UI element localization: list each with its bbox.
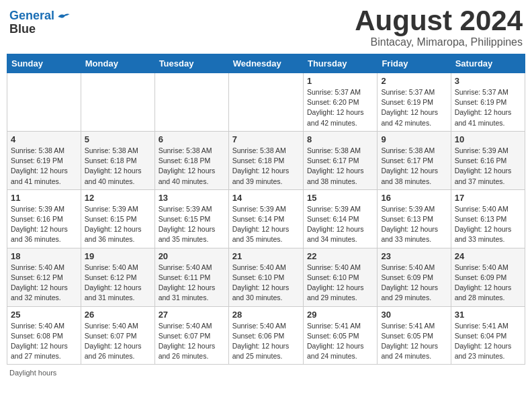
footer: Daylight hours [7,369,525,377]
day-cell: 26Sunrise: 5:40 AM Sunset: 6:07 PM Dayli… [81,306,154,365]
day-info: Sunrise: 5:40 AM Sunset: 6:10 PM Dayligh… [307,263,373,304]
day-cell: 30Sunrise: 5:41 AM Sunset: 6:05 PM Dayli… [378,306,451,365]
day-cell: 18Sunrise: 5:40 AM Sunset: 6:12 PM Dayli… [7,248,81,306]
day-number: 9 [381,134,447,144]
day-number: 8 [307,134,373,144]
day-number: 4 [11,134,77,144]
page-header: GeneralBlue August 2024 Bintacay, Mimaro… [7,7,525,48]
day-info: Sunrise: 5:40 AM Sunset: 6:07 PM Dayligh… [85,321,151,362]
day-cell: 15Sunrise: 5:39 AM Sunset: 6:14 PM Dayli… [303,189,377,248]
day-cell: 13Sunrise: 5:39 AM Sunset: 6:15 PM Dayli… [154,189,228,248]
day-number: 16 [381,193,447,203]
day-number: 30 [381,310,447,320]
calendar-subtitle: Bintacay, Mimaropa, Philippines [355,36,523,48]
week-row-5: 25Sunrise: 5:40 AM Sunset: 6:08 PM Dayli… [7,306,525,365]
day-number: 23 [381,251,447,261]
day-cell: 25Sunrise: 5:40 AM Sunset: 6:08 PM Dayli… [7,306,81,365]
day-info: Sunrise: 5:40 AM Sunset: 6:08 PM Dayligh… [11,321,77,362]
day-info: Sunrise: 5:38 AM Sunset: 6:17 PM Dayligh… [381,146,447,187]
day-cell: 10Sunrise: 5:39 AM Sunset: 6:16 PM Dayli… [451,131,525,189]
logo-bird-icon [57,11,71,22]
day-cell [228,73,303,132]
day-info: Sunrise: 5:40 AM Sunset: 6:13 PM Dayligh… [455,204,521,245]
day-info: Sunrise: 5:41 AM Sunset: 6:05 PM Dayligh… [381,321,447,362]
day-number: 6 [159,134,225,144]
col-header-saturday: Saturday [451,54,525,73]
day-number: 17 [455,193,521,203]
day-info: Sunrise: 5:40 AM Sunset: 6:09 PM Dayligh… [381,263,447,304]
day-info: Sunrise: 5:40 AM Sunset: 6:09 PM Dayligh… [455,263,521,304]
day-cell: 17Sunrise: 5:40 AM Sunset: 6:13 PM Dayli… [451,189,525,248]
day-cell: 24Sunrise: 5:40 AM Sunset: 6:09 PM Dayli… [451,248,525,306]
day-number: 14 [232,193,300,203]
day-info: Sunrise: 5:40 AM Sunset: 6:10 PM Dayligh… [232,263,300,304]
day-cell: 5Sunrise: 5:38 AM Sunset: 6:18 PM Daylig… [81,131,154,189]
day-cell: 8Sunrise: 5:38 AM Sunset: 6:17 PM Daylig… [303,131,377,189]
col-header-tuesday: Tuesday [154,54,228,73]
day-number: 3 [455,76,521,86]
day-info: Sunrise: 5:39 AM Sunset: 6:16 PM Dayligh… [455,146,521,187]
day-cell: 20Sunrise: 5:40 AM Sunset: 6:11 PM Dayli… [154,248,228,306]
day-cell: 19Sunrise: 5:40 AM Sunset: 6:12 PM Dayli… [81,248,154,306]
day-cell: 9Sunrise: 5:38 AM Sunset: 6:17 PM Daylig… [378,131,451,189]
day-cell: 27Sunrise: 5:40 AM Sunset: 6:07 PM Dayli… [154,306,228,365]
day-info: Sunrise: 5:39 AM Sunset: 6:15 PM Dayligh… [85,204,151,245]
day-number: 21 [232,251,300,261]
day-info: Sunrise: 5:39 AM Sunset: 6:14 PM Dayligh… [232,204,300,245]
day-number: 22 [307,251,373,261]
day-info: Sunrise: 5:39 AM Sunset: 6:13 PM Dayligh… [381,204,447,245]
col-header-friday: Friday [378,54,451,73]
day-cell: 14Sunrise: 5:39 AM Sunset: 6:14 PM Dayli… [228,189,303,248]
week-row-3: 11Sunrise: 5:39 AM Sunset: 6:16 PM Dayli… [7,189,525,248]
day-info: Sunrise: 5:38 AM Sunset: 6:18 PM Dayligh… [85,146,151,187]
day-cell: 23Sunrise: 5:40 AM Sunset: 6:09 PM Dayli… [378,248,451,306]
daylight-label: Daylight hours [9,369,56,377]
col-header-wednesday: Wednesday [228,54,303,73]
col-header-monday: Monday [81,54,154,73]
day-cell: 7Sunrise: 5:38 AM Sunset: 6:18 PM Daylig… [228,131,303,189]
day-number: 2 [381,76,447,86]
day-cell: 4Sunrise: 5:38 AM Sunset: 6:19 PM Daylig… [7,131,81,189]
day-info: Sunrise: 5:40 AM Sunset: 6:11 PM Dayligh… [159,263,225,304]
day-number: 20 [159,251,225,261]
logo: GeneralBlue [9,7,71,36]
day-cell: 12Sunrise: 5:39 AM Sunset: 6:15 PM Dayli… [81,189,154,248]
header-row: SundayMondayTuesdayWednesdayThursdayFrid… [7,54,525,73]
day-info: Sunrise: 5:38 AM Sunset: 6:17 PM Dayligh… [307,146,373,187]
day-cell: 29Sunrise: 5:41 AM Sunset: 6:05 PM Dayli… [303,306,377,365]
day-number: 1 [307,76,373,86]
col-header-thursday: Thursday [303,54,377,73]
day-cell: 31Sunrise: 5:41 AM Sunset: 6:04 PM Dayli… [451,306,525,365]
day-number: 10 [455,134,521,144]
day-number: 5 [85,134,151,144]
calendar-table: SundayMondayTuesdayWednesdayThursdayFrid… [7,54,525,365]
day-cell [7,73,81,132]
day-info: Sunrise: 5:37 AM Sunset: 6:19 PM Dayligh… [455,87,521,128]
logo-text: GeneralBlue [9,9,54,36]
day-cell: 21Sunrise: 5:40 AM Sunset: 6:10 PM Dayli… [228,248,303,306]
day-cell [154,73,228,132]
day-number: 7 [232,134,300,144]
day-number: 15 [307,193,373,203]
calendar-title: August 2024 [355,7,523,35]
day-cell: 2Sunrise: 5:37 AM Sunset: 6:19 PM Daylig… [378,73,451,132]
day-cell: 3Sunrise: 5:37 AM Sunset: 6:19 PM Daylig… [451,73,525,132]
week-row-1: 1Sunrise: 5:37 AM Sunset: 6:20 PM Daylig… [7,73,525,132]
day-cell: 6Sunrise: 5:38 AM Sunset: 6:18 PM Daylig… [154,131,228,189]
day-info: Sunrise: 5:37 AM Sunset: 6:19 PM Dayligh… [381,87,447,128]
day-cell: 1Sunrise: 5:37 AM Sunset: 6:20 PM Daylig… [303,73,377,132]
day-info: Sunrise: 5:40 AM Sunset: 6:12 PM Dayligh… [85,263,151,304]
day-cell: 28Sunrise: 5:40 AM Sunset: 6:06 PM Dayli… [228,306,303,365]
day-info: Sunrise: 5:38 AM Sunset: 6:18 PM Dayligh… [232,146,300,187]
title-block: August 2024 Bintacay, Mimaropa, Philippi… [355,7,523,48]
day-number: 27 [159,310,225,320]
day-number: 13 [159,193,225,203]
day-info: Sunrise: 5:39 AM Sunset: 6:16 PM Dayligh… [11,204,77,245]
day-cell [81,73,154,132]
day-info: Sunrise: 5:39 AM Sunset: 6:15 PM Dayligh… [159,204,225,245]
day-info: Sunrise: 5:39 AM Sunset: 6:14 PM Dayligh… [307,204,373,245]
day-number: 29 [307,310,373,320]
day-number: 18 [11,251,77,261]
day-cell: 22Sunrise: 5:40 AM Sunset: 6:10 PM Dayli… [303,248,377,306]
day-number: 25 [11,310,77,320]
